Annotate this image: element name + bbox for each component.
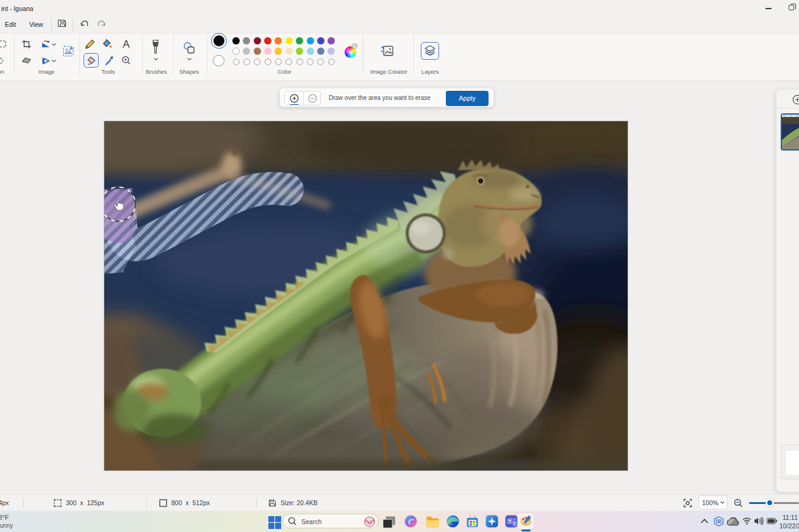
svg-text:T: T xyxy=(508,518,512,525)
svg-text:A: A xyxy=(123,38,130,49)
